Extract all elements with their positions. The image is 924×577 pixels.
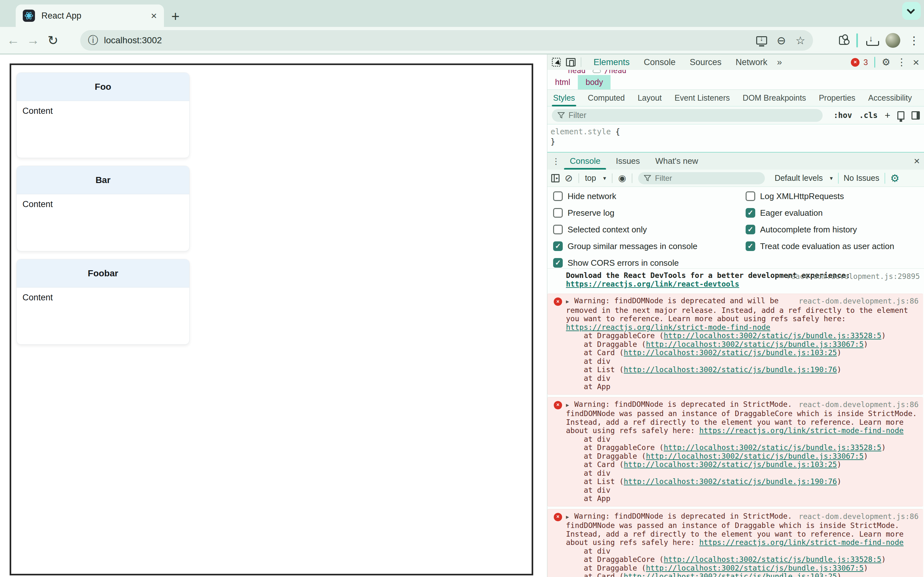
- tab-console[interactable]: Console: [637, 55, 683, 70]
- setting-row[interactable]: Hide network: [553, 191, 698, 201]
- checkbox[interactable]: [553, 191, 563, 201]
- tab-properties[interactable]: Properties: [819, 90, 855, 106]
- expand-triangle-icon[interactable]: ▶: [566, 298, 574, 306]
- checkbox[interactable]: ✓: [553, 258, 563, 268]
- console-link[interactable]: http://localhost:3002/static/js/bundle.j…: [646, 340, 864, 348]
- console-link[interactable]: http://localhost:3002/static/js/bundle.j…: [624, 366, 837, 374]
- checkbox[interactable]: ✓: [746, 208, 755, 218]
- console-link[interactable]: http://localhost:3002/static/js/bundle.j…: [646, 564, 864, 572]
- message-source-link[interactable]: react-dom.development.js:86: [798, 400, 919, 409]
- setting-row[interactable]: ✓Autocomplete from history: [746, 225, 894, 234]
- console-link[interactable]: http://localhost:3002/static/js/bundle.j…: [664, 555, 882, 564]
- console-settings-gear-icon[interactable]: ⚙: [890, 172, 900, 184]
- card[interactable]: FoobarContent: [16, 259, 190, 345]
- clear-console-icon[interactable]: ⊘: [565, 173, 573, 183]
- breadcrumb-body[interactable]: body: [578, 75, 611, 89]
- setting-row[interactable]: Preserve log: [553, 208, 698, 218]
- extensions-icon[interactable]: [839, 36, 848, 45]
- drawer-close-icon[interactable]: ×: [914, 155, 920, 167]
- element-style-section[interactable]: element.style { }: [548, 124, 924, 152]
- checkbox[interactable]: ✓: [746, 225, 755, 234]
- settings-gear-icon[interactable]: ⚙: [882, 57, 890, 67]
- checkbox[interactable]: [553, 225, 563, 234]
- device-toolbar-icon[interactable]: [566, 58, 575, 66]
- devtools-close-icon[interactable]: ×: [913, 57, 919, 68]
- zoom-out-icon[interactable]: ⊖: [777, 34, 786, 47]
- expand-triangle-icon[interactable]: ▶: [566, 401, 574, 410]
- drawer-tab-issues[interactable]: Issues: [608, 152, 648, 170]
- chevron-down-pill[interactable]: [902, 2, 921, 20]
- card-title[interactable]: Bar: [17, 166, 189, 194]
- tab-elements[interactable]: Elements: [586, 55, 637, 70]
- console-filter-input[interactable]: Filter: [638, 172, 765, 184]
- card[interactable]: BarContent: [16, 166, 190, 251]
- tab-close-icon[interactable]: ×: [151, 11, 157, 21]
- styles-filter-input[interactable]: Filter: [552, 109, 822, 122]
- forward-icon[interactable]: →: [23, 33, 43, 47]
- setting-row[interactable]: Log XMLHttpRequests: [746, 191, 894, 201]
- tab-styles[interactable]: Styles: [553, 90, 575, 106]
- browser-menu-icon[interactable]: ⋮: [909, 34, 919, 47]
- bookmark-star-icon[interactable]: ☆: [796, 34, 805, 47]
- install-app-icon[interactable]: [756, 36, 767, 45]
- console-link[interactable]: http://localhost:3002/static/js/bundle.j…: [624, 348, 837, 357]
- console-error-message[interactable]: ×react-dom.development.js:86▶Warning: fi…: [548, 397, 923, 506]
- drawer-tab-what's-new[interactable]: What's new: [648, 152, 706, 170]
- rendering-brush-icon[interactable]: [897, 111, 905, 119]
- error-badge-icon[interactable]: ×: [851, 58, 859, 67]
- more-tabs-icon[interactable]: »: [774, 57, 785, 67]
- breadcrumb-html[interactable]: html: [548, 75, 578, 89]
- tab-dom-breakpoints[interactable]: DOM Breakpoints: [743, 90, 806, 106]
- console-link[interactable]: https://reactjs.org/link/strict-mode-fin…: [566, 323, 771, 332]
- live-expression-eye-icon[interactable]: ◉: [618, 174, 626, 183]
- setting-row[interactable]: ✓Group similar messages in console: [553, 242, 698, 251]
- card-title[interactable]: Foobar: [17, 259, 189, 287]
- checkbox[interactable]: [746, 191, 755, 201]
- profile-avatar[interactable]: [885, 33, 900, 48]
- card-title[interactable]: Foo: [17, 73, 189, 101]
- devtools-menu-icon[interactable]: ⋮: [897, 57, 906, 67]
- inspect-element-icon[interactable]: [552, 58, 561, 67]
- setting-row[interactable]: Selected context only: [553, 225, 698, 234]
- message-source-link[interactable]: react-dom.development.js:86: [798, 512, 919, 521]
- console-link[interactable]: http://localhost:3002/static/js/bundle.j…: [664, 443, 882, 452]
- setting-row[interactable]: ✓Show CORS errors in console: [553, 258, 698, 268]
- site-info-icon[interactable]: ⓘ: [88, 33, 98, 47]
- hov-toggle[interactable]: :hov: [834, 111, 852, 120]
- console-link[interactable]: http://localhost:3002/static/js/bundle.j…: [624, 572, 837, 577]
- log-levels-selector[interactable]: Default levels: [774, 173, 822, 183]
- tab-computed[interactable]: Computed: [588, 90, 625, 106]
- tab-event-listeners[interactable]: Event Listeners: [675, 90, 730, 106]
- toggle-sidebar-icon[interactable]: [911, 111, 920, 119]
- card[interactable]: FooContent: [16, 73, 190, 158]
- expand-triangle-icon[interactable]: ▶: [566, 513, 574, 522]
- console-link[interactable]: http://localhost:3002/static/js/bundle.j…: [624, 477, 837, 486]
- console-link[interactable]: http://localhost:3002/static/js/bundle.j…: [624, 460, 837, 469]
- checkbox[interactable]: [553, 208, 563, 218]
- drawer-menu-icon[interactable]: ⋮: [552, 157, 560, 165]
- downloads-icon[interactable]: [866, 35, 877, 46]
- context-selector[interactable]: top: [585, 173, 596, 183]
- checkbox[interactable]: ✓: [553, 242, 563, 251]
- new-style-rule-icon[interactable]: +: [885, 110, 890, 121]
- console-log-message[interactable]: react-dom.development.js:29895Download t…: [548, 269, 924, 291]
- drawer-tab-console[interactable]: Console: [562, 152, 608, 170]
- console-link[interactable]: http://localhost:3002/static/js/bundle.j…: [664, 332, 882, 340]
- tab-network[interactable]: Network: [729, 55, 774, 70]
- tab-accessibility[interactable]: Accessibility: [868, 90, 912, 106]
- message-source-link[interactable]: react-dom.development.js:86: [798, 297, 919, 306]
- console-error-message[interactable]: ×react-dom.development.js:86▶Warning: fi…: [548, 293, 923, 395]
- reload-icon[interactable]: ↻: [43, 33, 63, 48]
- tab-sources[interactable]: Sources: [683, 55, 729, 70]
- console-link[interactable]: http://localhost:3002/static/js/bundle.j…: [646, 452, 864, 460]
- issues-counter[interactable]: No Issues: [844, 173, 879, 183]
- checkbox[interactable]: ✓: [746, 242, 755, 251]
- browser-tab[interactable]: React App ×: [16, 5, 164, 27]
- new-tab-button[interactable]: +: [171, 8, 180, 24]
- setting-row[interactable]: ✓Treat code evaluation as user action: [746, 242, 894, 251]
- console-link[interactable]: https://reactjs.org/link/strict-mode-fin…: [699, 538, 903, 546]
- error-count[interactable]: 3: [863, 58, 868, 67]
- message-source-link[interactable]: react-dom.development.js:29895: [787, 272, 920, 281]
- setting-row[interactable]: ✓Eager evaluation: [746, 208, 894, 218]
- console-sidebar-icon[interactable]: [551, 174, 559, 182]
